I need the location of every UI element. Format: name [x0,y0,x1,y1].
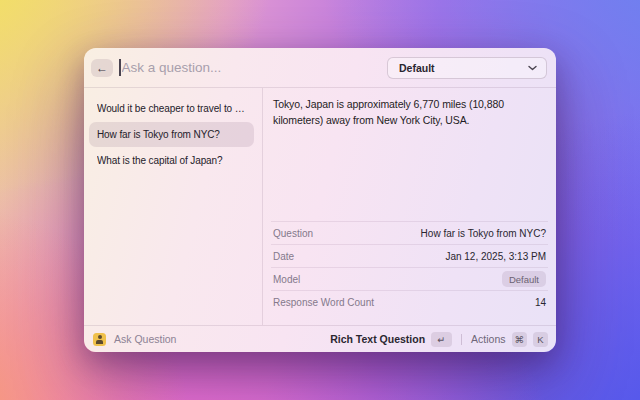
metadata-value: Jan 12, 2025, 3:13 PM [445,251,546,262]
metadata-row-question: Question How far is Tokyo from NYC? [271,221,548,244]
list-item-question-1[interactable]: Would it be cheaper to travel to Euro… [89,96,254,121]
chevron-down-icon [528,65,537,71]
metadata-row-word-count: Response Word Count 14 [271,290,548,313]
metadata-section: Question How far is Tokyo from NYC? Date… [263,221,556,325]
list-item-question-3[interactable]: What is the capital of Japan? [89,148,254,173]
model-badge: Default [502,271,546,287]
metadata-label: Model [273,274,300,285]
metadata-value: How far is Tokyo from NYC? [421,228,546,239]
action-bar-left: Ask Question [93,333,176,346]
footer-divider [461,334,462,345]
question-input[interactable] [121,60,388,75]
action-bar-right: Rich Text Question ↵ Actions ⌘ K [330,332,548,347]
command-title: Ask Question [114,333,176,345]
list-item-question-2-selected[interactable]: How far is Tokyo from NYC? [89,122,254,147]
back-button[interactable]: ← [91,59,113,77]
metadata-label: Date [273,251,294,262]
metadata-label: Question [273,228,313,239]
model-dropdown[interactable]: Default [387,57,547,79]
window-body: Would it be cheaper to travel to Euro… H… [84,88,556,325]
return-key-icon: ↵ [431,332,452,347]
answer-text: Tokyo, Japan is approximately 6,770 mile… [263,88,556,128]
model-dropdown-value: Default [399,62,435,74]
k-key-icon: K [533,332,548,347]
back-arrow-icon: ← [96,61,108,75]
question-history-list: Would it be cheaper to travel to Euro… H… [84,88,262,325]
quick-ask-window: ← Default Would it be cheaper to travel … [84,48,556,352]
metadata-row-model: Model Default [271,267,548,290]
detail-spacer [263,128,556,221]
desktop-background: { "colors": { "extension_icon_yellow": "… [0,0,640,400]
list-item-label: How far is Tokyo from NYC? [97,129,220,140]
metadata-row-date: Date Jan 12, 2025, 3:13 PM [271,244,548,267]
answer-detail-panel: Tokyo, Japan is approximately 6,770 mile… [263,88,556,325]
metadata-value: 14 [535,297,546,308]
list-item-label: Would it be cheaper to travel to Euro… [97,103,246,114]
command-key-icon: ⌘ [512,332,528,347]
actions-menu-button[interactable]: Actions [471,333,505,345]
search-bar: ← Default [84,48,556,88]
rich-text-question-button[interactable]: Rich Text Question [330,333,425,345]
action-bar: Ask Question Rich Text Question ↵ Action… [84,325,556,352]
ask-question-extension-icon [93,333,106,346]
list-item-label: What is the capital of Japan? [97,155,223,166]
metadata-label: Response Word Count [273,297,374,308]
